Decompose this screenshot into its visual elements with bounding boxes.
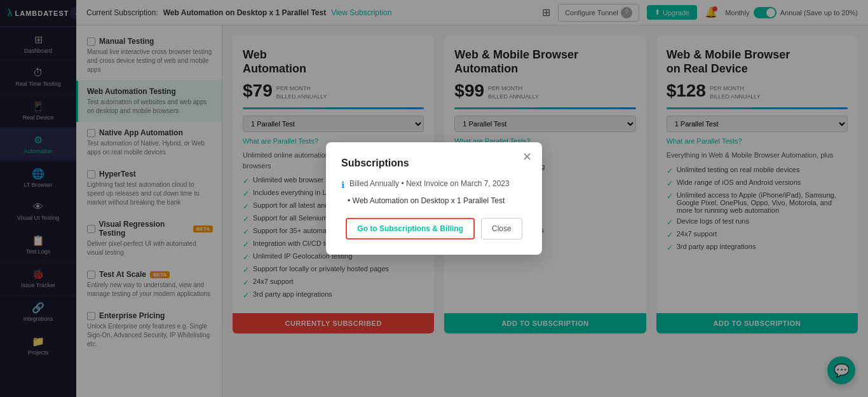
modal-subscription-item: Web Automation on Desktop x 1 Parallel T… [341,196,527,205]
info-icon: ℹ [341,180,344,190]
modal-close-secondary-button[interactable]: Close [481,218,522,239]
modal-billed-info: Billed Annually • Next Invoice on March … [349,179,510,188]
modal-info-row: ℹ Billed Annually • Next Invoice on Marc… [341,179,527,190]
go-to-billing-button[interactable]: Go to Subscriptions & Billing [346,218,475,239]
modal-close-button[interactable]: ✕ [522,151,532,163]
modal-actions: Go to Subscriptions & Billing Close [341,218,527,239]
subscriptions-modal: Subscriptions ✕ ℹ Billed Annually • Next… [326,142,542,255]
modal-title: Subscriptions [341,158,527,169]
modal-overlay[interactable]: Subscriptions ✕ ℹ Billed Annually • Next… [0,0,868,397]
